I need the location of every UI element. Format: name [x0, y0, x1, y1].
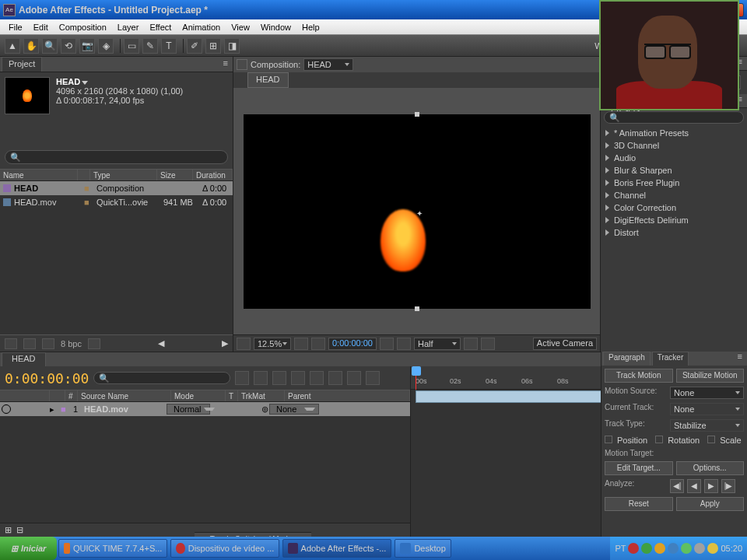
viewport[interactable]: ✦ — [233, 88, 600, 334]
menu-file[interactable]: File — [3, 23, 28, 32]
rotate-tool[interactable]: ⟲ — [61, 38, 76, 54]
parent-select[interactable]: None — [269, 404, 319, 415]
motion-source-select[interactable]: None — [670, 387, 744, 399]
text-tool[interactable]: T — [161, 38, 177, 54]
pen-tool[interactable]: ✎ — [142, 38, 158, 54]
effect-category[interactable]: 3D Channel — [601, 139, 747, 152]
tray-icon[interactable] — [681, 543, 692, 554]
roi-icon[interactable] — [464, 338, 478, 350]
effect-category[interactable]: Distort — [601, 226, 747, 239]
auto-keyframe-icon[interactable] — [347, 371, 361, 385]
tray-icon[interactable] — [694, 543, 705, 554]
motion-blur-icon[interactable] — [310, 371, 324, 385]
paragraph-tab[interactable]: Paragraph — [603, 352, 651, 366]
grid-icon[interactable] — [294, 338, 308, 350]
frame-blend-icon[interactable] — [291, 371, 305, 385]
clone-tool[interactable]: ⊞ — [205, 38, 221, 54]
rect-tool[interactable]: ▭ — [124, 38, 139, 54]
tray-icon[interactable] — [654, 543, 665, 554]
taskbar-item[interactable]: Adobe After Effects -... — [282, 539, 391, 558]
comp-mini-flowchart-icon[interactable] — [235, 371, 249, 385]
draft-3d-icon[interactable] — [254, 371, 268, 385]
col-name[interactable]: Name — [0, 170, 78, 180]
visibility-icon[interactable] — [2, 404, 11, 414]
system-tray[interactable]: PT 05:20 — [610, 537, 747, 560]
project-search[interactable]: 🔍 — [5, 150, 228, 164]
effect-category[interactable]: * Animation Presets — [601, 127, 747, 139]
hand-tool[interactable]: ✋ — [23, 38, 39, 54]
effect-category[interactable]: Boris Free Plugin — [601, 177, 747, 189]
project-tab[interactable]: Project — [2, 57, 42, 72]
tray-icon[interactable] — [641, 543, 652, 554]
tray-icon[interactable] — [707, 543, 718, 554]
transparency-icon[interactable] — [481, 338, 495, 350]
tracker-tab[interactable]: Tracker — [652, 352, 689, 366]
tray-icon[interactable] — [628, 543, 639, 554]
tracker-menu-icon[interactable]: ≡ — [733, 352, 747, 366]
toggle-modes-icon[interactable]: ⊟ — [16, 525, 23, 535]
timeline-tab[interactable]: HEAD — [2, 352, 46, 366]
track-motion-button[interactable]: Track Motion — [605, 369, 673, 383]
zoom-select[interactable]: 12.5% — [254, 338, 291, 350]
timeline-layer[interactable]: ▸ ■ 1 HEAD.mov Normal ⊚ None — [0, 402, 410, 416]
new-comp-icon[interactable] — [42, 338, 54, 349]
menu-layer[interactable]: Layer — [112, 23, 145, 32]
timeline-search[interactable]: 🔍 — [93, 372, 230, 384]
mode-select[interactable]: Normal — [167, 404, 210, 415]
menu-composition[interactable]: Composition — [54, 23, 112, 32]
menu-help[interactable]: Help — [296, 23, 325, 32]
effect-category[interactable]: Audio — [601, 152, 747, 164]
effect-category[interactable]: DigiEffects Delirium — [601, 214, 747, 226]
timecode-display[interactable]: 0:00:00:00 — [328, 338, 377, 350]
col-type[interactable]: Type — [90, 170, 157, 180]
new-folder-icon[interactable] — [23, 338, 36, 349]
brush-tool[interactable]: ✐ — [187, 38, 202, 54]
effects-search[interactable]: 🔍 — [604, 111, 744, 124]
current-time[interactable]: 0:00:00:00 — [5, 370, 89, 387]
resolution-select[interactable]: Half — [414, 338, 461, 350]
camera-select[interactable]: Active Camera — [533, 338, 597, 350]
effects-list[interactable]: * Animation Presets 3D Channel Audio Blu… — [601, 127, 747, 352]
channel-icon[interactable] — [397, 338, 411, 350]
tray-icon[interactable] — [668, 543, 679, 554]
taskbar-item[interactable]: Dispositivo de vídeo ... — [170, 539, 279, 558]
mask-icon[interactable] — [311, 338, 325, 350]
taskbar-item[interactable]: Desktop — [395, 539, 451, 558]
bit-depth[interactable]: 8 bpc — [61, 339, 82, 348]
col-size[interactable]: Size — [157, 170, 193, 180]
effect-category[interactable]: Channel — [601, 189, 747, 201]
project-list[interactable]: HEAD ■ Composition Δ 0:00 HEAD.mov ■ Qui… — [0, 181, 233, 334]
interpret-icon[interactable] — [5, 338, 17, 349]
menu-edit[interactable]: Edit — [28, 23, 54, 32]
pan-behind-tool[interactable]: ◈ — [98, 38, 114, 54]
project-item[interactable]: HEAD.mov ■ QuickTi...ovie 941 MB Δ 0:00 — [0, 195, 233, 209]
comp-thumbnail[interactable] — [5, 77, 50, 114]
comp-tab[interactable]: HEAD — [247, 72, 289, 88]
always-preview-icon[interactable] — [237, 338, 251, 350]
hide-shy-icon[interactable] — [272, 371, 286, 385]
col-duration[interactable]: Duration — [193, 170, 233, 180]
toggle-switches-icon[interactable]: ⊞ — [5, 525, 12, 535]
clock[interactable]: 05:20 — [721, 544, 742, 553]
eraser-tool[interactable]: ◨ — [224, 38, 240, 54]
folder-icon[interactable] — [237, 59, 247, 70]
canvas[interactable]: ✦ — [244, 114, 591, 309]
stabilize-motion-button[interactable]: Stabilize Motion — [676, 369, 745, 383]
menu-effect[interactable]: Effect — [144, 23, 177, 32]
lang-indicator[interactable]: PT — [615, 544, 626, 553]
start-button[interactable]: ⊞Iniciar — [0, 537, 57, 560]
effect-category[interactable]: Color Correction — [601, 201, 747, 214]
trash-icon[interactable] — [88, 338, 100, 349]
snapshot-icon[interactable] — [380, 338, 394, 350]
camera-tool[interactable]: 📷 — [79, 38, 95, 54]
project-item[interactable]: HEAD ■ Composition Δ 0:00 — [0, 181, 233, 195]
comp-select[interactable]: HEAD — [303, 58, 353, 71]
effect-category[interactable]: Blur & Sharpen — [601, 164, 747, 177]
brainstorm-icon[interactable] — [328, 371, 342, 385]
graph-editor-icon[interactable] — [366, 371, 380, 385]
menu-view[interactable]: View — [226, 23, 255, 32]
zoom-tool[interactable]: 🔍 — [42, 38, 58, 54]
menu-window[interactable]: Window — [255, 23, 296, 32]
taskbar-item[interactable]: QUICK TIME 7.7.4+S... — [58, 539, 167, 558]
project-panel-menu-icon[interactable]: ≡ — [219, 57, 233, 72]
